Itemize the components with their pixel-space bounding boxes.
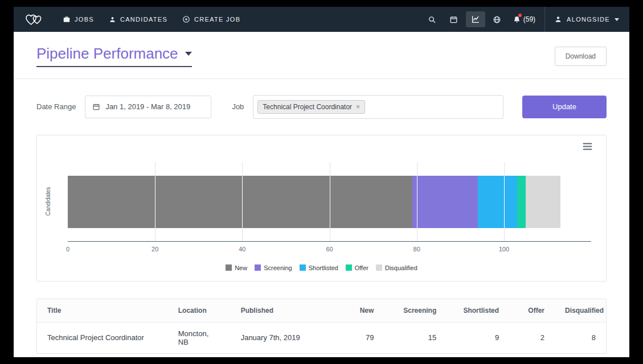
column-header-shortlisted: Shortlisted bbox=[447, 299, 509, 322]
nav-item-jobs[interactable]: JOBS bbox=[63, 15, 94, 23]
column-header-offer: Offer bbox=[509, 299, 555, 322]
legend-label: Offer bbox=[355, 264, 368, 271]
date-range-label: Date Range bbox=[36, 102, 76, 111]
column-header-published: Published bbox=[231, 299, 327, 322]
bar-segment-offer[interactable] bbox=[517, 176, 526, 228]
legend-item-disqualified[interactable]: Disqualified bbox=[376, 264, 417, 271]
x-tick-label: 40 bbox=[239, 246, 245, 253]
legend-label: New bbox=[235, 264, 247, 271]
job-chip-label: Technical Project Coordinator bbox=[263, 103, 352, 111]
chevron-down-icon bbox=[185, 52, 192, 56]
table-cell-disqualified: 8 bbox=[555, 322, 606, 353]
results-table: TitleLocationPublishedNewScreeningShortl… bbox=[37, 299, 606, 353]
job-chip[interactable]: Technical Project Coordinator × bbox=[257, 100, 365, 114]
legend-swatch bbox=[376, 264, 382, 271]
briefcase-icon bbox=[63, 15, 71, 23]
search-icon[interactable] bbox=[423, 11, 442, 27]
table-cell-title: Technical Project Coordinator bbox=[37, 322, 168, 353]
job-select-input[interactable]: Technical Project Coordinator × bbox=[253, 95, 503, 119]
legend-label: Disqualified bbox=[385, 264, 417, 271]
account-name: ALONGSIDE bbox=[567, 16, 610, 23]
page-title: Pipeline Performance bbox=[36, 46, 178, 62]
double-heart-icon bbox=[24, 12, 43, 27]
x-tick-label: 20 bbox=[151, 246, 158, 253]
x-tick-label: 0 bbox=[66, 246, 69, 253]
user-icon bbox=[554, 15, 562, 23]
download-button[interactable]: Download bbox=[555, 47, 607, 66]
nav-item-candidates[interactable]: CANDIDATES bbox=[109, 16, 167, 23]
table-row: Technical Project CoordinatorMoncton, NB… bbox=[37, 322, 606, 353]
column-header-screening: Screening bbox=[384, 299, 447, 322]
nav-item-label: CANDIDATES bbox=[120, 16, 167, 23]
table-cell-screening: 15 bbox=[384, 322, 447, 353]
bar-segment-screening[interactable] bbox=[412, 176, 478, 228]
table-cell-offer: 2 bbox=[509, 322, 555, 353]
column-header-title: Title bbox=[37, 299, 168, 322]
x-tick-label: 60 bbox=[326, 246, 333, 253]
chart-card: Candidates 020406080100 NewScreeningShor… bbox=[36, 135, 607, 282]
table-cell-new: 79 bbox=[327, 322, 384, 353]
calendar-icon bbox=[92, 103, 100, 111]
table-body: Technical Project CoordinatorMoncton, NB… bbox=[37, 322, 606, 353]
chart-menu-icon[interactable] bbox=[583, 142, 592, 152]
chart-plot: Candidates bbox=[68, 162, 591, 242]
nav-item-label: CREATE JOB bbox=[194, 16, 240, 23]
app-window: JOBS CANDIDATES CREATE JOB bbox=[14, 7, 629, 357]
globe-icon[interactable] bbox=[488, 11, 507, 27]
x-tick-label: 100 bbox=[499, 246, 509, 253]
table-cell-shortlisted: 9 bbox=[447, 322, 509, 353]
column-header-disqualified: Disqualified bbox=[555, 299, 606, 322]
legend-swatch bbox=[255, 264, 261, 271]
table-header-row: TitleLocationPublishedNewScreeningShortl… bbox=[37, 299, 606, 322]
navbar-actions: (59) ALONGSIDE bbox=[420, 7, 619, 32]
x-axis-labels: 020406080100 bbox=[68, 246, 591, 254]
nav-item-create-job[interactable]: CREATE JOB bbox=[182, 15, 240, 23]
column-header-location: Location bbox=[168, 299, 231, 322]
stacked-bar bbox=[68, 176, 591, 228]
notification-dot bbox=[518, 14, 522, 17]
job-label: Job bbox=[232, 102, 244, 111]
account-menu[interactable]: ALONGSIDE bbox=[554, 15, 619, 23]
navbar-divider bbox=[544, 7, 545, 32]
page-header: Pipeline Performance Download bbox=[14, 32, 629, 79]
remove-chip-icon[interactable]: × bbox=[356, 104, 360, 110]
results-table-card: TitleLocationPublishedNewScreeningShortl… bbox=[36, 299, 607, 354]
legend-item-screening[interactable]: Screening bbox=[255, 264, 292, 271]
analytics-icon[interactable] bbox=[466, 11, 485, 27]
legend-swatch bbox=[300, 264, 306, 271]
notifications-button[interactable]: (59) bbox=[513, 15, 535, 24]
top-navbar: JOBS CANDIDATES CREATE JOB bbox=[14, 7, 629, 32]
bar-segment-disqualified[interactable] bbox=[526, 176, 560, 228]
person-icon bbox=[109, 16, 116, 23]
brand-logo[interactable] bbox=[24, 12, 43, 27]
bar-segment-shortlisted[interactable] bbox=[478, 176, 517, 228]
y-axis-label: Candidates bbox=[45, 187, 51, 216]
legend-item-new[interactable]: New bbox=[226, 264, 247, 271]
legend-swatch bbox=[346, 264, 352, 271]
table-cell-location: Moncton, NB bbox=[168, 322, 231, 353]
date-range-value: Jan 1, 2019 - Mar 8, 2019 bbox=[105, 102, 190, 111]
x-tick-label: 80 bbox=[413, 246, 420, 253]
legend-item-shortlisted[interactable]: Shortlisted bbox=[300, 264, 338, 271]
nav-item-label: JOBS bbox=[75, 16, 94, 23]
chart-legend: NewScreeningShortlistedOfferDisqualified bbox=[37, 264, 606, 271]
legend-swatch bbox=[226, 264, 232, 271]
legend-label: Screening bbox=[264, 264, 292, 271]
calendar-icon[interactable] bbox=[444, 11, 464, 27]
notification-count: (59) bbox=[523, 15, 535, 23]
column-header-new: New bbox=[327, 299, 384, 322]
table-cell-published: January 7th, 2019 bbox=[231, 322, 327, 353]
chevron-down-icon bbox=[615, 18, 619, 21]
filter-bar: Date Range Jan 1, 2019 - Mar 8, 2019 Job… bbox=[14, 79, 629, 135]
update-button[interactable]: Update bbox=[522, 96, 607, 118]
date-range-input[interactable]: Jan 1, 2019 - Mar 8, 2019 bbox=[85, 96, 211, 118]
legend-label: Shortlisted bbox=[309, 264, 338, 271]
plus-circle-icon bbox=[182, 15, 190, 23]
legend-item-offer[interactable]: Offer bbox=[346, 264, 368, 271]
bar-segment-new[interactable] bbox=[68, 176, 412, 228]
report-title-dropdown[interactable]: Pipeline Performance bbox=[36, 46, 192, 67]
